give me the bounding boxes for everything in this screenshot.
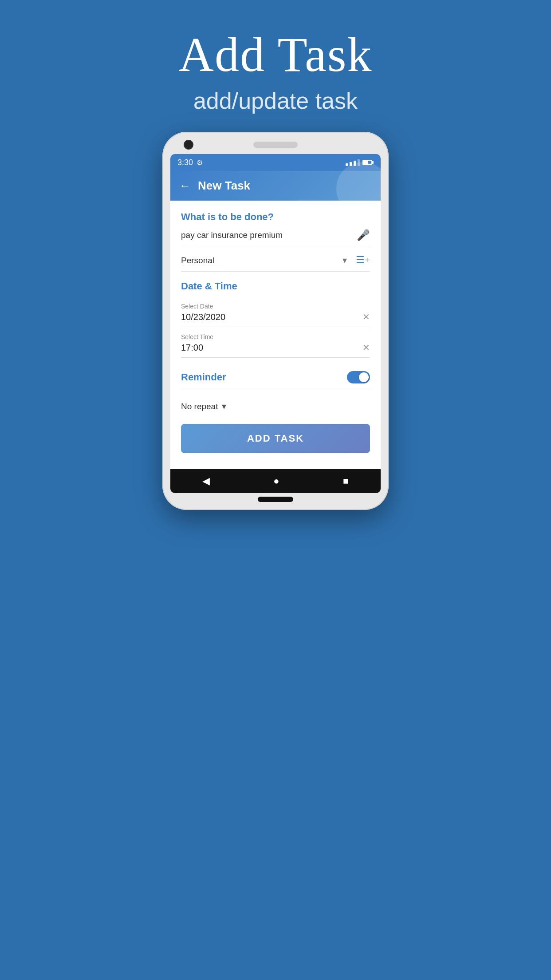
select-date-label: Select Date (181, 303, 370, 310)
gear-icon: ⚙ (197, 158, 203, 167)
time-field-row: Select Time 17:00 ✕ (181, 329, 370, 358)
repeat-row: No repeat Daily Weekly Monthly ▾ (181, 397, 370, 415)
add-task-button[interactable]: ADD TASK (181, 424, 370, 453)
phone-shell: 3:30 ⚙ ← New Task (162, 132, 389, 510)
page-title: Add Task (178, 27, 372, 83)
nav-home-button[interactable]: ● (273, 475, 279, 487)
repeat-select[interactable]: No repeat Daily Weekly Monthly (181, 402, 218, 411)
phone-home-bar (258, 497, 293, 502)
nav-recents-button[interactable]: ■ (343, 475, 349, 487)
date-value[interactable]: 10/23/2020 (181, 312, 225, 322)
back-button[interactable]: ← (179, 179, 191, 193)
date-time-label: Date & Time (181, 281, 370, 292)
reminder-toggle[interactable] (347, 371, 370, 383)
category-dropdown-arrow: ▾ (342, 255, 347, 265)
list-add-icon[interactable]: ☰+ (356, 254, 370, 266)
app-bar-title: New Task (198, 179, 250, 193)
status-time: 3:30 ⚙ (177, 158, 203, 167)
form-content: What is to be done? 🎤 Personal Work Heal… (170, 201, 381, 469)
phone-top-bar (170, 140, 381, 150)
category-row: Personal Work Health ▾ ☰+ (181, 254, 370, 272)
time-value[interactable]: 17:00 (181, 343, 203, 353)
reminder-label: Reminder (181, 371, 226, 383)
nav-back-button[interactable]: ◀ (202, 475, 210, 487)
reminder-row: Reminder (181, 365, 370, 390)
bottom-nav: ◀ ● ■ (170, 469, 381, 493)
date-value-row: 10/23/2020 ✕ (181, 312, 370, 322)
phone-screen: 3:30 ⚙ ← New Task (170, 154, 381, 493)
select-time-label: Select Time (181, 333, 370, 340)
page-subtitle: add/update task (178, 87, 372, 114)
task-input-row: 🎤 (181, 229, 370, 247)
microphone-icon[interactable]: 🎤 (357, 229, 370, 241)
page-header: Add Task add/update task (178, 27, 372, 114)
toggle-knob (359, 372, 369, 382)
task-question-label: What is to be done? (181, 211, 370, 223)
time-value-row: 17:00 ✕ (181, 342, 370, 353)
category-select[interactable]: Personal Work Health (181, 256, 342, 265)
repeat-dropdown-arrow: ▾ (222, 401, 226, 411)
phone-camera (184, 140, 193, 150)
date-time-section: Select Date 10/23/2020 ✕ Select Time 17:… (181, 298, 370, 358)
date-field-row: Select Date 10/23/2020 ✕ (181, 298, 370, 327)
clear-time-icon[interactable]: ✕ (362, 342, 370, 353)
task-input[interactable] (181, 230, 357, 240)
phone-speaker (253, 142, 298, 148)
clear-date-icon[interactable]: ✕ (362, 312, 370, 322)
app-bar: ← New Task (170, 171, 381, 201)
